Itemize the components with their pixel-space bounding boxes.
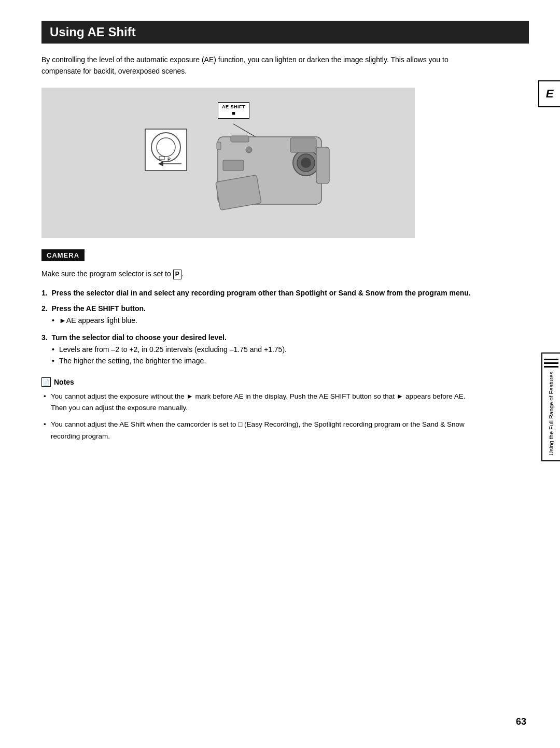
make-sure-paragraph: Make sure the program selector is set to… <box>41 270 529 279</box>
svg-rect-12 <box>290 138 316 152</box>
notes-section: 📄 Notes You cannot adjust the exposure w… <box>41 377 477 442</box>
ae-shift-label-line1: AE SHIFT <box>222 104 245 110</box>
triangle-icon: ► <box>59 316 66 324</box>
step-3-bullet-1: Levels are from –2 to +2, in 0.25 interv… <box>52 344 529 355</box>
step-2-number: 2. <box>41 304 48 313</box>
notes-header: 📄 Notes <box>41 377 477 387</box>
side-tab-e: E <box>538 80 560 107</box>
step-2-bullet-1: ►AE appears light blue. <box>52 315 529 326</box>
note-2: You cannot adjust the AE Shift when the … <box>41 419 477 442</box>
camera-illustration: AE SHIFT ■ P <box>41 88 415 238</box>
step-2-text: Press the AE SHIFT button. <box>51 304 146 313</box>
step-2-label: 2. Press the AE SHIFT button. <box>41 304 529 313</box>
svg-rect-14 <box>231 136 249 142</box>
notes-icon: 📄 <box>41 377 51 387</box>
ae-shift-label-line2: ■ <box>222 110 245 117</box>
side-tab-features-text: Using the Full Range of Features <box>548 372 555 455</box>
step-2-bullets: ►AE appears light blue. <box>52 315 529 326</box>
intro-paragraph: By controlling the level of the automati… <box>41 54 487 77</box>
note-1: You cannot adjust the exposure without t… <box>41 391 477 414</box>
step-1-label: 1. Press the selector dial in and select… <box>41 289 529 297</box>
notes-list: You cannot adjust the exposure without t… <box>41 391 477 442</box>
step-1-text: Press the selector dial in and select an… <box>51 289 470 297</box>
step-1: 1. Press the selector dial in and select… <box>41 289 529 297</box>
tab-lines-decoration <box>544 359 558 368</box>
svg-rect-15 <box>316 147 329 184</box>
tab-line-3 <box>544 366 558 368</box>
side-tab-features: Using the Full Range of Features <box>541 352 560 461</box>
camera-badge: CAMERA <box>41 249 529 270</box>
page-number: 63 <box>516 716 526 727</box>
camera-badge-text: CAMERA <box>41 249 85 261</box>
step-1-number: 1. <box>41 289 48 297</box>
svg-point-17 <box>246 147 252 153</box>
step-3-number: 3. <box>41 333 48 342</box>
triangle-note-icon-2: ► <box>397 392 403 400</box>
camera-svg: P <box>114 101 342 225</box>
tab-line-2 <box>544 362 558 364</box>
step-2: 2. Press the AE SHIFT button. ►AE appear… <box>41 304 529 326</box>
svg-point-11 <box>301 158 311 168</box>
page-container: E Using the Full Range of Features Using… <box>0 0 560 748</box>
step-3-bullets: Levels are from –2 to +2, in 0.25 interv… <box>52 344 529 367</box>
page-title: Using AE Shift <box>41 21 529 44</box>
steps-list: 1. Press the selector dial in and select… <box>41 289 529 367</box>
step-3-bullet-2: The higher the setting, the brighter the… <box>52 355 529 366</box>
tab-line-1 <box>544 359 558 360</box>
side-tab-e-letter: E <box>546 87 554 101</box>
step-3-label: 3. Turn the selector dial to choose your… <box>41 333 529 342</box>
notes-title: Notes <box>54 378 74 386</box>
svg-rect-16 <box>223 160 244 171</box>
program-p-icon: P <box>173 270 181 279</box>
step-3: 3. Turn the selector dial to choose your… <box>41 333 529 367</box>
make-sure-text-part1: Make sure the program selector is set to <box>41 270 171 278</box>
triangle-note-icon: ► <box>186 392 193 400</box>
step-3-text: Turn the selector dial to choose your de… <box>51 333 226 342</box>
ae-shift-label-box: AE SHIFT ■ <box>218 102 249 119</box>
svg-rect-18 <box>217 142 221 150</box>
svg-text:P: P <box>167 157 171 162</box>
